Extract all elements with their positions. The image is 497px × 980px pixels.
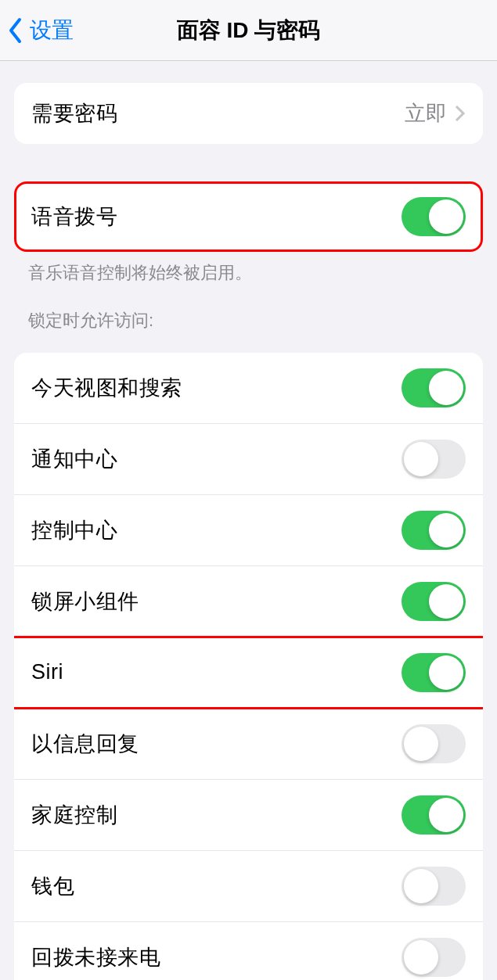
lock-access-row: 以信息回复 xyxy=(14,709,483,780)
voice-dial-label: 语音拨号 xyxy=(31,203,117,231)
lock-access-label: 家庭控制 xyxy=(31,801,117,829)
require-passcode-row[interactable]: 需要密码 立即 xyxy=(14,83,483,144)
lock-access-row: 通知中心 xyxy=(14,424,483,495)
lock-access-toggle[interactable] xyxy=(402,867,466,906)
lock-access-label: Siri xyxy=(31,660,63,684)
lock-access-label: 以信息回复 xyxy=(31,730,139,758)
lock-access-label: 锁屏小组件 xyxy=(31,587,139,616)
chevron-left-icon xyxy=(8,17,23,44)
lock-access-row: 今天视图和搜索 xyxy=(14,353,483,424)
lock-access-row: 回拨未接来电 xyxy=(14,922,483,980)
lock-access-toggle[interactable] xyxy=(402,511,466,550)
page-title: 面容 ID 与密码 xyxy=(177,16,321,45)
lock-access-toggle[interactable] xyxy=(402,653,466,692)
lock-access-label: 今天视图和搜索 xyxy=(31,374,182,402)
lock-access-label: 钱包 xyxy=(31,872,74,900)
navbar: 设置 面容 ID 与密码 xyxy=(0,0,497,61)
lock-access-toggle[interactable] xyxy=(402,795,466,835)
lock-access-toggle[interactable] xyxy=(402,440,466,479)
lock-access-row: 钱包 xyxy=(14,851,483,922)
lock-access-header: 锁定时允许访问: xyxy=(0,285,497,339)
back-label: 设置 xyxy=(30,16,74,45)
lock-access-label: 控制中心 xyxy=(31,516,117,544)
voice-dial-group: 语音拨号 xyxy=(14,181,483,252)
lock-access-row: 控制中心 xyxy=(14,495,483,566)
voice-dial-footer: 音乐语音控制将始终被启用。 xyxy=(0,252,497,285)
back-button[interactable]: 设置 xyxy=(0,16,74,45)
voice-dial-row: 语音拨号 xyxy=(14,181,483,252)
chevron-right-icon xyxy=(455,105,466,122)
lock-access-toggle[interactable] xyxy=(402,938,466,977)
lock-access-row: 家庭控制 xyxy=(14,780,483,851)
lock-access-group: 今天视图和搜索通知中心控制中心锁屏小组件Siri以信息回复家庭控制钱包回拨未接来… xyxy=(14,353,483,980)
voice-dial-toggle[interactable] xyxy=(402,197,466,236)
require-passcode-value: 立即 xyxy=(405,99,447,127)
lock-access-toggle[interactable] xyxy=(402,368,466,407)
lock-access-label: 通知中心 xyxy=(31,445,117,473)
lock-access-toggle[interactable] xyxy=(402,724,466,763)
lock-access-row: 锁屏小组件 xyxy=(14,566,483,637)
require-passcode-label: 需要密码 xyxy=(31,99,117,127)
lock-access-row: Siri xyxy=(14,637,483,709)
passcode-group: 需要密码 立即 xyxy=(14,83,483,144)
lock-access-label: 回拨未接来电 xyxy=(31,943,160,971)
lock-access-toggle[interactable] xyxy=(402,582,466,621)
